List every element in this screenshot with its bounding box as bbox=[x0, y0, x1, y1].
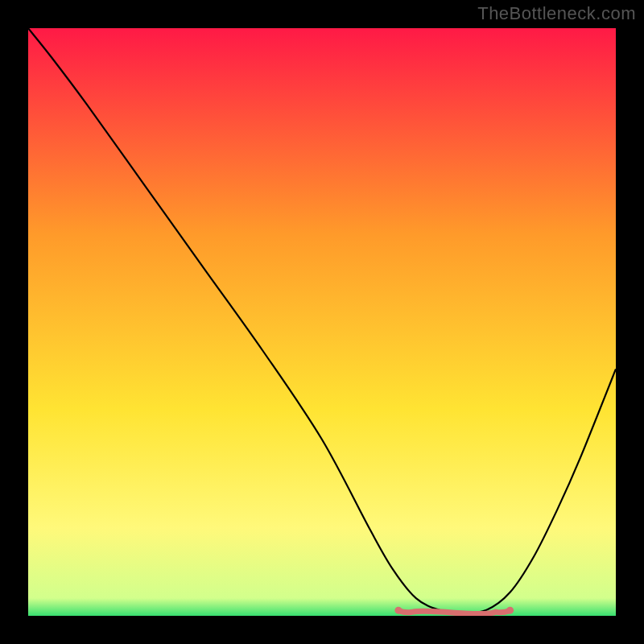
plot-svg bbox=[28, 28, 616, 616]
chart-frame: TheBottleneck.com bbox=[0, 0, 644, 644]
gradient-rect bbox=[28, 28, 616, 616]
optimal-band bbox=[398, 610, 510, 613]
heatmap-plot bbox=[28, 28, 616, 616]
optimal-band-endcap-right bbox=[506, 607, 514, 614]
optimal-band-endcap-left bbox=[394, 607, 402, 614]
watermark-text: TheBottleneck.com bbox=[477, 3, 636, 24]
